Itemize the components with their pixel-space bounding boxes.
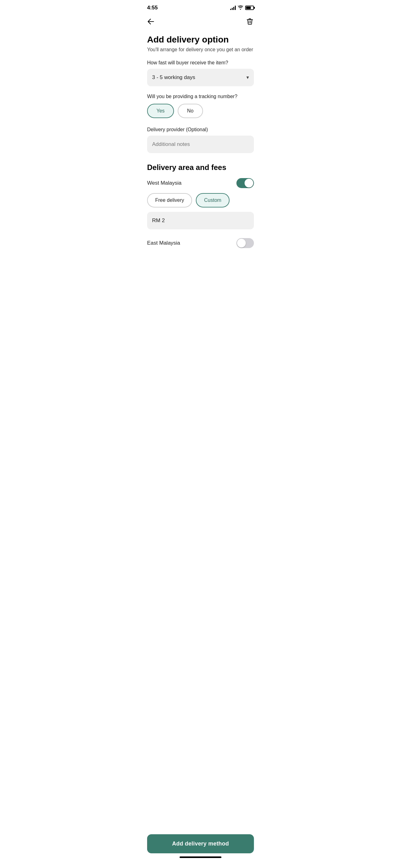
tracking-yes-button[interactable]: Yes	[147, 104, 174, 118]
delivery-speed-dropdown[interactable]: 3 - 5 working days ▾	[147, 69, 254, 86]
page-subtitle: You'll arrange for delivery once you get…	[147, 47, 254, 53]
back-arrow-icon	[147, 18, 155, 25]
east-malaysia-toggle[interactable]	[236, 238, 254, 248]
toggle-knob-east	[237, 239, 246, 247]
chevron-down-icon: ▾	[246, 74, 249, 80]
east-malaysia-row: East Malaysia	[147, 238, 254, 248]
west-malaysia-label: West Malaysia	[147, 180, 181, 186]
tracking-radio-group: Yes No	[147, 104, 254, 118]
delivery-speed-label: How fast will buyer receive the item?	[147, 60, 254, 66]
dropdown-selected-value: 3 - 5 working days	[152, 74, 195, 81]
delete-button[interactable]	[244, 16, 255, 27]
free-delivery-button[interactable]: Free delivery	[147, 193, 192, 208]
wifi-icon	[238, 5, 243, 11]
custom-fee-button[interactable]: Custom	[196, 193, 229, 208]
delivery-provider-label: Delivery provider (Optional)	[147, 127, 254, 132]
west-malaysia-row: West Malaysia	[147, 178, 254, 188]
price-input[interactable]	[147, 212, 254, 229]
battery-icon	[245, 6, 254, 10]
delivery-area-title: Delivery area and fees	[147, 163, 254, 172]
nav-bar	[140, 14, 261, 32]
toggle-knob	[244, 179, 253, 187]
trash-icon	[246, 18, 254, 26]
back-button[interactable]	[146, 17, 156, 27]
status-bar: 4:55	[140, 0, 261, 14]
status-icons	[230, 5, 254, 11]
tracking-question: Will you be providing a tracking number?	[147, 94, 254, 99]
west-malaysia-fee-options: Free delivery Custom	[147, 193, 254, 208]
signal-icon	[230, 6, 236, 10]
tracking-no-button[interactable]: No	[178, 104, 203, 118]
status-time: 4:55	[147, 5, 158, 11]
west-malaysia-toggle[interactable]	[236, 178, 254, 188]
delivery-provider-input[interactable]	[147, 135, 254, 153]
page-title: Add delivery option	[147, 34, 254, 45]
east-malaysia-label: East Malaysia	[147, 240, 180, 246]
main-content: Add delivery option You'll arrange for d…	[140, 32, 261, 290]
